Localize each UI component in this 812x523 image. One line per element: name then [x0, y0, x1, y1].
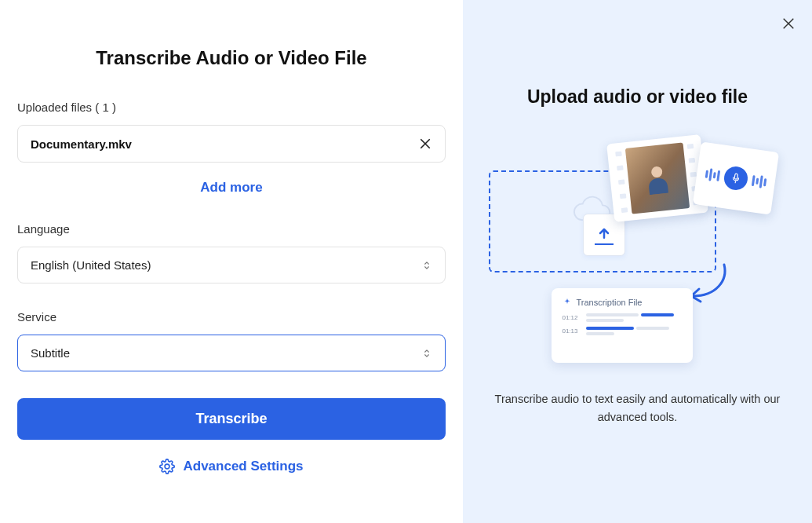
info-title: Upload audio or video file — [527, 86, 748, 108]
service-label: Service — [17, 310, 446, 324]
advanced-settings-label: Advanced Settings — [183, 459, 303, 474]
video-thumbnail-icon — [606, 134, 708, 222]
page-title: Transcribe Audio or Video File — [17, 47, 446, 69]
audio-card-icon — [692, 141, 778, 214]
advanced-settings-link[interactable]: Advanced Settings — [17, 459, 446, 474]
uploaded-file-name: Documentary.mkv — [31, 137, 132, 151]
language-value: English (United States) — [31, 258, 151, 272]
add-more-link[interactable]: Add more — [17, 180, 446, 196]
language-select[interactable]: English (United States) — [17, 247, 446, 283]
timestamp-1: 01:12 — [563, 314, 580, 321]
info-panel: Upload audio or video file — [463, 0, 812, 523]
chevron-updown-icon — [421, 348, 432, 359]
timestamp-2: 01:13 — [563, 327, 580, 335]
form-panel: Transcribe Audio or Video File Uploaded … — [0, 0, 463, 523]
microphone-icon — [723, 165, 749, 192]
uploaded-file-row: Documentary.mkv — [17, 125, 446, 163]
uploaded-files-label: Uploaded files ( 1 ) — [17, 101, 446, 114]
language-label: Language — [17, 222, 446, 236]
svg-point-0 — [650, 166, 662, 177]
service-select[interactable]: Subtitle — [17, 335, 446, 371]
chevron-updown-icon — [421, 260, 432, 271]
service-value: Subtitle — [31, 346, 70, 360]
upload-arrow-icon — [596, 225, 612, 241]
info-description: Transcribe audio to text easily and auto… — [489, 390, 787, 426]
transcription-card-title: Transcription File — [577, 298, 643, 307]
illustration: Transcription File 01:12 01:13 — [489, 131, 787, 375]
transcribe-button[interactable]: Transcribe — [17, 398, 446, 440]
transcription-card-icon: Transcription File 01:12 01:13 — [552, 288, 693, 363]
close-icon[interactable] — [781, 16, 796, 31]
remove-file-icon[interactable] — [418, 137, 432, 151]
sparkle-icon — [563, 298, 572, 307]
gear-icon — [159, 459, 175, 474]
